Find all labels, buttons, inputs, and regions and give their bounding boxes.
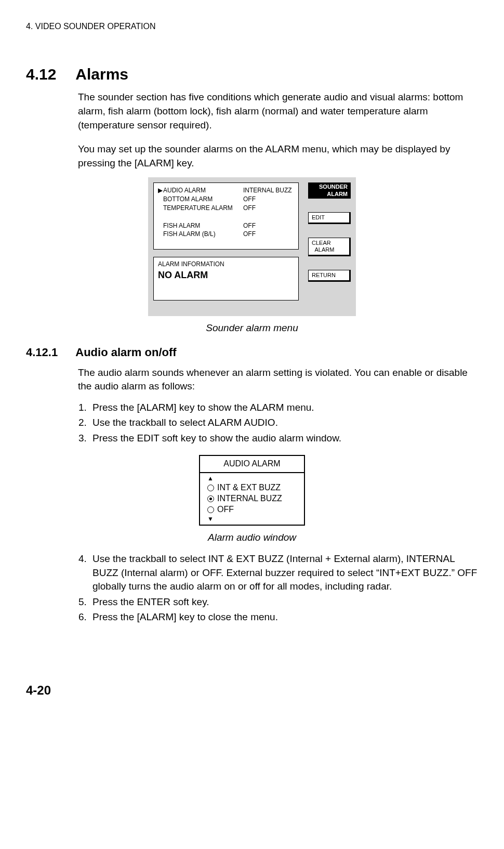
menu-pointer-icon (158, 221, 163, 230)
menu-pointer-icon: ▶ (158, 186, 163, 195)
menu-item-value: OFF (243, 195, 294, 204)
list-item: Use the trackball to select INT & EXT BU… (89, 552, 478, 594)
figure-caption: Alarm audio window (26, 531, 478, 545)
menu-item-value: OFF (243, 221, 294, 230)
menu-row: TEMPERATURE ALARMOFF (158, 204, 294, 213)
menu-item-label: AUDIO ALARM (163, 186, 243, 195)
menu-pointer-icon (158, 230, 163, 239)
menu-row: BOTTOM ALARMOFF (158, 195, 294, 204)
option-label: INT & EXT BUZZ (217, 482, 281, 493)
scroll-down-icon: ▼ (207, 515, 297, 524)
list-item: Press the EDIT soft key to show the audi… (89, 432, 478, 446)
softkey-line-2: ALARM (315, 246, 335, 253)
procedure-list-1: Press the [ALARM] key to show the ALARM … (78, 401, 478, 446)
subsection-intro: The audio alarm sounds whenever an alarm… (78, 366, 478, 394)
alarm-menu-list: ▶AUDIO ALARMINTERNAL BUZZ BOTTOM ALARMOF… (153, 182, 299, 250)
audio-alarm-option[interactable]: INTERNAL BUZZ (207, 493, 297, 504)
menu-row: FISH ALARMOFF (158, 221, 294, 230)
scroll-up-icon: ▲ (207, 475, 297, 483)
page-number: 4-20 (26, 682, 478, 699)
alarm-info-label: ALARM INFORMATION (158, 260, 294, 269)
menu-item-value: OFF (243, 204, 294, 213)
softkey-column: SOUNDER ALARM EDIT CLEAR ALARM RETURN (308, 182, 351, 282)
tab-line-1: SOUNDER (319, 184, 348, 190)
subsection-title: Audio alarm on/off (75, 346, 176, 359)
sounder-alarm-menu-diagram: ▶AUDIO ALARMINTERNAL BUZZ BOTTOM ALARMOF… (148, 177, 356, 316)
radio-icon (207, 506, 214, 513)
list-item: Use the trackball to select ALARM AUDIO. (89, 416, 478, 430)
menu-item-label: FISH ALARM (B/L) (163, 230, 243, 239)
radio-selected-icon (207, 495, 214, 502)
figure-caption: Sounder alarm menu (26, 321, 478, 335)
menu-item-label: BOTTOM ALARM (163, 195, 243, 204)
return-softkey[interactable]: RETURN (308, 270, 351, 282)
menu-pointer-icon (158, 204, 163, 213)
intro-paragraph-2: You may set up the sounder alarms on the… (78, 142, 478, 170)
tab-line-2: ALARM (327, 191, 348, 197)
section-title: Alarms (75, 66, 128, 83)
audio-alarm-option[interactable]: OFF (207, 504, 297, 515)
list-item: Press the [ALARM] key to show the ALARM … (89, 401, 478, 415)
intro-paragraph-1: The sounder section has five conditions … (78, 90, 478, 132)
clear-alarm-softkey[interactable]: CLEAR ALARM (308, 238, 351, 256)
menu-item-label: TEMPERATURE ALARM (163, 204, 243, 213)
menu-item-label: FISH ALARM (163, 221, 243, 230)
audio-alarm-window: AUDIO ALARM ▲ INT & EXT BUZZ INTERNAL BU… (199, 455, 305, 526)
softkey-line-1: CLEAR (312, 240, 331, 246)
page-header: 4. VIDEO SOUNDER OPERATION (26, 21, 478, 32)
menu-tab-label: SOUNDER ALARM (308, 182, 351, 198)
menu-item-value: OFF (243, 230, 294, 239)
option-label: INTERNAL BUZZ (217, 493, 282, 504)
menu-row (158, 213, 294, 221)
menu-item-value: INTERNAL BUZZ (243, 186, 294, 195)
list-item: Press the ENTER soft key. (89, 595, 478, 609)
procedure-list-2: Use the trackball to select INT & EXT BU… (78, 552, 478, 624)
radio-icon (207, 485, 214, 491)
menu-row: ▶AUDIO ALARMINTERNAL BUZZ (158, 186, 294, 195)
section-number: 4.12 (26, 63, 73, 85)
alarm-information-box: ALARM INFORMATION NO ALARM (153, 257, 299, 301)
audio-alarm-option[interactable]: INT & EXT BUZZ (207, 482, 297, 493)
list-item: Press the [ALARM] key to close the menu. (89, 610, 478, 624)
audio-alarm-window-title: AUDIO ALARM (200, 456, 304, 473)
subsection-number: 4.12.1 (26, 345, 73, 361)
edit-softkey[interactable]: EDIT (308, 212, 351, 224)
menu-row: FISH ALARM (B/L)OFF (158, 230, 294, 239)
option-label: OFF (217, 504, 234, 515)
menu-pointer-icon (158, 195, 163, 204)
alarm-info-value: NO ALARM (158, 269, 294, 282)
